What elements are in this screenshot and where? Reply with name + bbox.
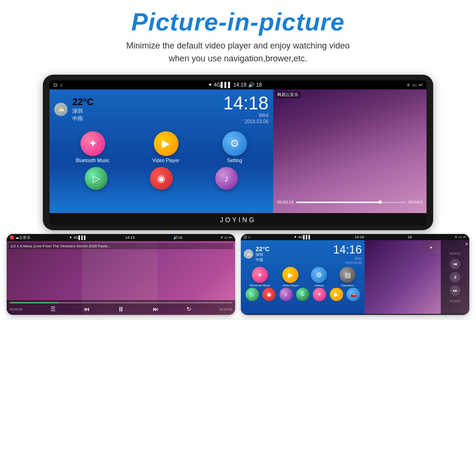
sub-left-pause-icon[interactable]: ⏸ — [118, 305, 124, 313]
house-icon: ⌂ — [60, 82, 63, 88]
sub-right-clock: 14:16 — [333, 243, 362, 256]
weather-widget: ⛅ 22°C 深圳 中雨 14:18 Wed 2019.03.06 — [54, 94, 268, 125]
time-and-date: 14:18 Wed 2019.03.06 — [223, 94, 268, 125]
bluetooth-music-label: Bluetooth Music — [76, 158, 109, 163]
sub-left-video-controls: 00:00:56 ☰ ⏮ ⏸ ⏭ ↻ 00:04:06 — [7, 300, 235, 315]
setting-item[interactable]: ⚙ Setting — [222, 131, 247, 163]
music-icon[interactable]: ♪ — [215, 167, 238, 190]
sub-right-nav-icon: ⊡ ⌂ — [244, 235, 250, 239]
joying-brand: JOYING — [50, 213, 426, 225]
sub-right-weather-icon: ⛅ — [244, 249, 253, 259]
menu-icon: ≡ — [407, 82, 410, 88]
sub-left-time: 14:15 — [125, 235, 135, 240]
sub-left-next-icon[interactable]: ⏭ — [153, 306, 159, 312]
sub-right-date: Wed 2019.03.06 — [333, 256, 362, 265]
sub-left-repeat-icon[interactable]: ↻ — [187, 306, 191, 312]
sub-bluetooth-icon: ✦ — [252, 267, 268, 283]
weather-icon: ⛅ — [54, 103, 68, 116]
sub-right-condition: 中雨 — [256, 258, 269, 263]
sub-radio-icon[interactable]: ◉ — [262, 288, 276, 301]
bluetooth-music-icon: ✦ — [80, 131, 105, 156]
sub-grid-icon[interactable]: ⠿ — [296, 288, 309, 301]
video-time-start: 00:03:19 — [277, 200, 294, 205]
volume-icon: 🔊 — [248, 82, 256, 88]
sub-left-controls-row: 00:00:56 ☰ ⏮ ⏸ ⏭ ↻ 00:04:06 — [10, 305, 232, 313]
sub-left-progress-track[interactable] — [10, 302, 232, 303]
sub-screen-left: 🔴 ☁云音乐 ✦ 4G▌▌▌ 14:15 🔊18 ≡ ▭ ↩ 1/2 1 A M… — [7, 234, 235, 315]
sub-right-time-section: 14:16 Wed 2019.03.06 — [333, 243, 362, 265]
sub-right-top-controls: ✕ — [464, 241, 469, 247]
video-progress-track[interactable] — [296, 202, 406, 203]
signal-icon: 4G▌▌▌ — [214, 82, 233, 88]
navigation-icon[interactable]: ▷ — [85, 167, 108, 190]
bluetooth-icon: ✦ — [208, 82, 212, 88]
sub-operation-label: Operation — [341, 284, 354, 287]
sub-video-icon: ▶ — [282, 267, 298, 283]
sub-bluetooth2-icon[interactable]: ✦ — [313, 288, 326, 301]
sub-left-app-icon: 🔴 ☁云音乐 — [10, 235, 30, 240]
sub-left-progress-fill — [10, 302, 59, 303]
temperature: 22°C — [72, 97, 94, 107]
city: 深圳 — [72, 107, 94, 115]
sub-left-time-total: 00:04:06 — [219, 308, 232, 311]
sub-music-icon[interactable]: ♪ — [279, 288, 293, 301]
main-status-bar: ⊡ ⌂ ✦ 4G▌▌▌ 14:18 🔊 18 ≡ ▭ ↩ — [50, 80, 426, 89]
video-overlay — [273, 89, 426, 213]
sub-nav-icon[interactable]: ▷ — [246, 288, 259, 301]
left-panel: ⛅ 22°C 深圳 中雨 14:18 Wed 2019.03.06 — [50, 89, 273, 213]
video-progress-dot — [378, 201, 382, 204]
weather-info: 22°C 深圳 中雨 — [72, 97, 94, 122]
screen-content: ⛅ 22°C 深圳 中雨 14:18 Wed 2019.03.06 — [50, 89, 426, 213]
sub-right-playback-controls: 00:02:01 ⏮ ⏸ ⏭ 00:04:04 — [441, 240, 469, 314]
sub-left-volume: 🔊18 — [173, 235, 182, 240]
bottom-panels: 🔴 ☁云音乐 ✦ 4G▌▌▌ 14:15 🔊18 ≡ ▭ ↩ 1/2 1 A M… — [7, 234, 469, 315]
sub-right-video-panel: ▶ 00:02:01 ⏮ ⏸ ⏭ 00:04:04 ✕ — [365, 240, 469, 314]
sub-right-weather-info: 22°C 深圳 中雨 — [256, 245, 269, 263]
sub-car-icon[interactable]: 🚗 — [347, 288, 360, 301]
sub-bluetooth-item[interactable]: ✦ Bluetooth Music — [250, 267, 270, 287]
sub-operation-item[interactable]: ▤ Operation — [339, 267, 356, 287]
sub-left-signal: ✦ 4G▌▌▌ — [69, 235, 87, 240]
sub-pause-button[interactable]: ⏸ — [450, 272, 460, 283]
app-icons-row-1: ✦ Bluetooth Music ▶ Video Player ⚙ Setti… — [54, 131, 268, 163]
sub-left-controls: ≡ ▭ ↩ — [221, 235, 232, 240]
sub-left-prev-icon[interactable]: ⏮ — [84, 306, 89, 312]
sub-video-item[interactable]: ▶ Video Player — [282, 267, 298, 287]
sub-setting-label: Setting — [315, 284, 324, 287]
sub-device-left: 🔴 ☁云音乐 ✦ 4G▌▌▌ 14:15 🔊18 ≡ ▭ ↩ 1/2 1 A M… — [7, 234, 235, 315]
sub-left-playlist-icon[interactable]: ☰ — [50, 306, 56, 312]
sub-right-video-thumb: ▶ — [423, 241, 440, 253]
sub-right-icons-row1: ✦ Bluetooth Music ▶ Video Player ⚙ Setti… — [244, 267, 362, 287]
sub-right-icons-row2: ▷ ◉ ♪ ⠿ ✦ ▶ 🚗 — [244, 288, 362, 301]
sub-prev-button[interactable]: ⏮ — [450, 259, 460, 269]
video-time-end: 00:04:0 — [408, 200, 423, 205]
battery-level: 18 — [256, 82, 262, 88]
sub-left-status-bar: 🔴 ☁云音乐 ✦ 4G▌▌▌ 14:15 🔊18 ≡ ▭ ↩ — [7, 234, 235, 241]
sub-right-close-icon[interactable]: ✕ — [465, 242, 468, 246]
status-right: ≡ ▭ ↩ — [407, 82, 423, 88]
status-left: ⊡ ⌂ — [53, 82, 63, 88]
sub-screen-right: ⊡ ⌂ ✦ 4G▌▌▌ 14:16 18 ≡ ▭ ↩ ⛅ 22°C 深圳 中雨 — [241, 234, 469, 314]
main-device-frame: ⊡ ⌂ ✦ 4G▌▌▌ 14:18 🔊 18 ≡ ▭ ↩ — [43, 75, 433, 230]
app-icons-row-2: ▷ ◉ ♪ — [64, 167, 259, 190]
sub-setting-icon: ⚙ — [311, 267, 327, 283]
sub-next-button[interactable]: ⏭ — [450, 285, 460, 296]
bluetooth-music-item[interactable]: ✦ Bluetooth Music — [76, 131, 109, 163]
status-time: 14:18 — [233, 82, 247, 88]
sub-video-label: Video Player — [282, 284, 298, 287]
sub-right-status-bar: ⊡ ⌂ ✦ 4G▌▌▌ 14:16 18 ≡ ▭ ↩ — [241, 234, 469, 240]
sub-operation-icon: ▤ — [339, 267, 356, 283]
main-device-container: ⊡ ⌂ ✦ 4G▌▌▌ 14:18 🔊 18 ≡ ▭ ↩ — [0, 75, 476, 230]
video-player-item[interactable]: ▶ Video Player — [152, 131, 179, 163]
sub-setting-item[interactable]: ⚙ Setting — [311, 267, 327, 287]
sub-right-left-panel: ⛅ 22°C 深圳 中雨 14:16 Wed 2019.03.06 — [241, 240, 365, 314]
sub-right-temp: 22°C — [256, 245, 269, 253]
sub-right-city: 深圳 — [256, 253, 269, 257]
radio-icon[interactable]: ◉ — [150, 167, 173, 190]
sub-video2-icon[interactable]: ▶ — [330, 288, 343, 301]
video-progress-bar: 00:03:19 00:04:0 — [273, 200, 426, 205]
main-device-screen: ⊡ ⌂ ✦ 4G▌▌▌ 14:18 🔊 18 ≡ ▭ ↩ — [50, 80, 426, 225]
setting-label: Setting — [227, 158, 242, 163]
status-center: ✦ 4G▌▌▌ 14:18 🔊 18 — [208, 82, 262, 88]
setting-icon: ⚙ — [222, 131, 247, 156]
